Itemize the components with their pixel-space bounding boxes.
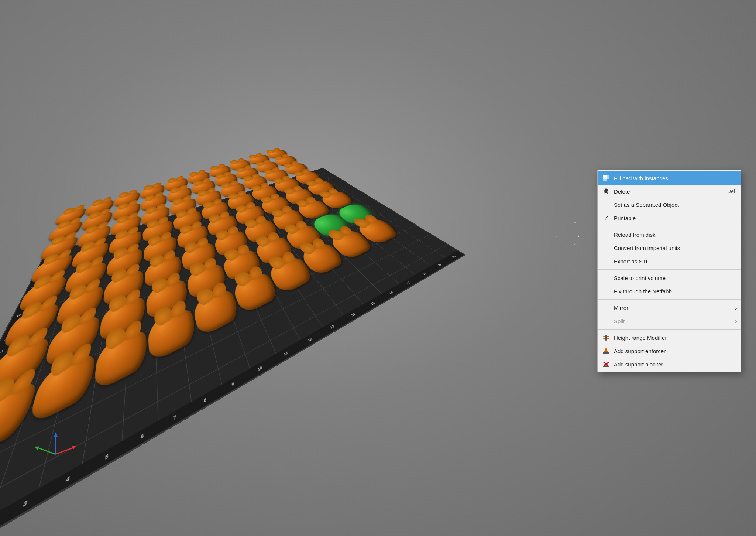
- menu-item-printable[interactable]: ✓ Printable: [598, 211, 741, 225]
- menu-item-support-enforcer[interactable]: Add support enforcer: [598, 344, 741, 358]
- menu-item-export[interactable]: Export as STL...: [598, 255, 741, 268]
- menu-item-mirror[interactable]: Mirror: [598, 301, 741, 314]
- menu-item-split[interactable]: Split: [598, 314, 741, 328]
- export-icon: [602, 257, 610, 265]
- separator-3: [598, 299, 741, 300]
- convert-label: Convert from imperial units: [614, 245, 680, 251]
- menu-item-scale[interactable]: Scale to print volume: [598, 271, 741, 284]
- support-enforcer-icon: [602, 347, 610, 355]
- svg-rect-8: [605, 189, 608, 190]
- menu-item-delete[interactable]: Delete Del: [598, 185, 741, 198]
- 3d-viewport[interactable]: 20 19 18 17 16 15 14 13 12 11 10 9 8 7 6…: [0, 0, 756, 536]
- delete-icon: [602, 187, 610, 195]
- printable-label: Printable: [614, 215, 636, 221]
- support-blocker-label: Add support blocker: [614, 361, 663, 368]
- svg-rect-6: [603, 179, 605, 181]
- menu-item-fill-bed[interactable]: Fill bed with instances...: [598, 171, 741, 185]
- set-separated-label: Set as a Separated Object: [614, 202, 679, 208]
- separator-2: [598, 269, 741, 270]
- svg-rect-10: [604, 190, 608, 191]
- split-icon: [602, 317, 610, 325]
- menu-item-support-blocker[interactable]: Add support blocker: [598, 358, 741, 371]
- menu-item-fix[interactable]: Fix through the Netfabb: [598, 284, 741, 298]
- fill-bed-label: Fill bed with instances...: [614, 175, 673, 181]
- separated-icon: [602, 201, 610, 209]
- height-range-icon: [602, 334, 610, 342]
- scale-icon: [602, 274, 610, 282]
- svg-rect-17: [605, 348, 607, 352]
- svg-rect-22: [603, 366, 609, 367]
- separator-1: [598, 226, 741, 226]
- reload-label: Reload from disk: [614, 232, 656, 238]
- support-blocker-icon: [602, 360, 610, 368]
- instances-icon: [602, 174, 610, 182]
- svg-rect-0: [603, 175, 605, 177]
- convert-icon: [602, 244, 610, 252]
- delete-label: Delete: [614, 188, 630, 195]
- svg-rect-5: [607, 177, 609, 179]
- reload-icon: [602, 231, 610, 239]
- menu-item-convert[interactable]: Convert from imperial units: [598, 241, 741, 255]
- fix-label: Fix through the Netfabb: [614, 288, 672, 294]
- split-label: Split: [614, 318, 625, 324]
- svg-rect-15: [605, 335, 607, 341]
- svg-rect-7: [605, 179, 607, 181]
- svg-rect-4: [607, 175, 609, 177]
- svg-rect-3: [605, 177, 607, 179]
- svg-rect-18: [603, 352, 609, 354]
- fix-icon: [602, 287, 610, 295]
- menu-item-height-range[interactable]: Height range Modifier: [598, 331, 741, 344]
- svg-rect-2: [603, 177, 605, 179]
- menu-item-reload[interactable]: Reload from disk: [598, 228, 741, 241]
- context-menu: Fill bed with instances... Delete Del Se…: [597, 170, 741, 372]
- check-icon: ✓: [602, 214, 610, 222]
- menu-item-set-separated[interactable]: Set as a Separated Object: [598, 198, 741, 211]
- delete-shortcut: Del: [716, 188, 735, 194]
- mirror-label: Mirror: [614, 305, 628, 311]
- height-range-label: Height range Modifier: [614, 335, 667, 341]
- mirror-icon: [602, 304, 610, 312]
- export-label: Export as STL...: [614, 258, 654, 264]
- support-enforcer-label: Add support enforcer: [614, 348, 666, 354]
- separator-4: [598, 329, 741, 330]
- axis-indicator: [48, 429, 81, 462]
- scale-label: Scale to print volume: [614, 275, 666, 281]
- svg-rect-1: [605, 175, 607, 177]
- svg-rect-9: [605, 189, 607, 190]
